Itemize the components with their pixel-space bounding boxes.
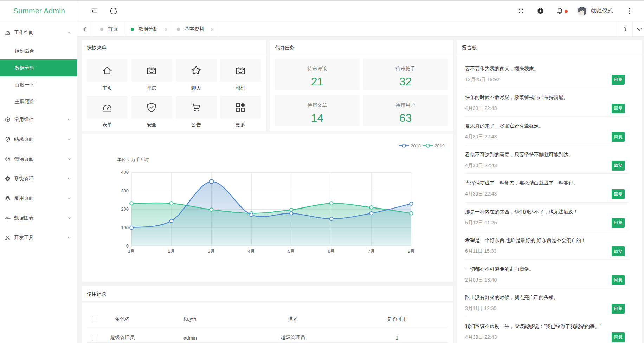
svg-text:3月: 3月 <box>208 249 215 254</box>
svg-text:8月: 8月 <box>408 249 415 254</box>
svg-text:2月: 2月 <box>168 249 175 254</box>
svg-text:0: 0 <box>126 243 129 249</box>
svg-text:1月: 1月 <box>128 249 135 254</box>
svg-text:2018: 2018 <box>411 143 421 149</box>
svg-text:单位：万千瓦时: 单位：万千瓦时 <box>117 157 149 162</box>
svg-text:7月: 7月 <box>368 249 375 254</box>
svg-text:100: 100 <box>121 225 129 230</box>
svg-text:6月: 6月 <box>328 249 335 254</box>
svg-text:300: 300 <box>121 188 129 193</box>
svg-text:2019: 2019 <box>434 143 445 149</box>
svg-text:4月: 4月 <box>248 249 255 254</box>
svg-text:5月: 5月 <box>288 249 295 254</box>
svg-text:400: 400 <box>121 170 129 175</box>
svg-text:200: 200 <box>121 206 129 212</box>
